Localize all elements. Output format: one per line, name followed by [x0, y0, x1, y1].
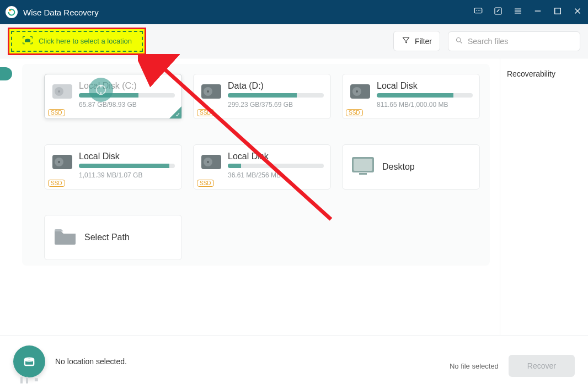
drive-name: Local Disk [79, 152, 175, 161]
menu-icon[interactable] [513, 6, 523, 18]
stop-icon[interactable]: ■ [34, 376, 38, 383]
edit-icon[interactable] [493, 6, 503, 18]
svg-point-21 [58, 161, 60, 163]
drive-name: Local Disk [377, 81, 473, 91]
drive-target-icon [22, 35, 33, 47]
hdd-icon [51, 152, 73, 174]
feedback-icon[interactable] [473, 6, 483, 18]
hdd-icon [200, 152, 222, 174]
drive-size: 1,011.39 MB/1.07 GB [79, 171, 175, 179]
select-path-card[interactable]: Select Path [44, 215, 182, 260]
desktop-label: Desktop [382, 162, 415, 172]
drive-card-local-3[interactable]: Local Disk 36.61 MB/256 MB SSD [193, 144, 331, 190]
drives-panel: Local Disk (C:) 65.87 GB/98.93 GB SSD Da… [22, 64, 490, 266]
minimize-icon[interactable] [533, 6, 543, 18]
footer: No location selected. ❚❚ ■ No file selec… [0, 335, 588, 389]
hdd-icon [51, 81, 73, 103]
filter-icon [402, 36, 410, 46]
ssd-badge: SSD [197, 109, 214, 116]
ssd-badge: SSD [197, 180, 214, 187]
drive-size: 811.65 MB/1,000.00 MB [377, 101, 473, 109]
recover-button[interactable]: Recover [509, 355, 575, 377]
pause-icon[interactable]: ❚❚ [19, 376, 30, 383]
svg-rect-27 [359, 173, 367, 175]
ssd-badge: SSD [48, 180, 65, 187]
left-rail [0, 58, 12, 335]
svg-point-1 [476, 10, 477, 12]
svg-point-3 [479, 10, 480, 12]
app-logo-icon [6, 6, 18, 18]
svg-point-24 [207, 161, 209, 163]
desktop-card[interactable]: Desktop [342, 144, 480, 190]
hdd-icon [349, 81, 371, 103]
svg-rect-5 [555, 8, 561, 14]
filter-button[interactable]: Filter [393, 31, 440, 51]
svg-point-18 [356, 90, 358, 93]
svg-point-8 [457, 37, 461, 42]
desktop-icon [351, 156, 375, 177]
status-text: No location selected. [55, 357, 127, 366]
svg-point-15 [207, 90, 209, 93]
main-panel: Local Disk (C:) 65.87 GB/98.93 GB SSD Da… [12, 58, 500, 335]
drive-card-c[interactable]: Local Disk (C:) 65.87 GB/98.93 GB SSD [44, 74, 182, 119]
file-status-text: No file selected [450, 362, 499, 370]
drive-size: 65.87 GB/98.93 GB [79, 101, 175, 109]
search-placeholder: Search files [468, 37, 508, 46]
scan-overlay-icon [89, 78, 113, 102]
svg-point-11 [58, 90, 60, 93]
search-icon [455, 36, 463, 46]
ssd-badge: SSD [48, 109, 65, 116]
ssd-badge: SSD [346, 109, 363, 116]
scan-button[interactable] [13, 345, 45, 377]
drive-name: Local Disk [228, 152, 324, 161]
svg-point-2 [478, 10, 479, 12]
right-panel: Recoverability [500, 58, 588, 335]
drive-card-d[interactable]: Data (D:) 299.23 GB/375.69 GB SSD [193, 74, 331, 119]
drive-size: 36.61 MB/256 MB [228, 171, 324, 179]
maximize-icon[interactable] [553, 6, 563, 18]
drive-name: Data (D:) [228, 81, 324, 91]
search-input[interactable]: Search files [448, 31, 580, 51]
svg-rect-7 [25, 40, 30, 42]
select-location-label: Click here to select a location [39, 37, 132, 45]
folder-icon [54, 227, 77, 248]
drive-size: 299.23 GB/375.69 GB [228, 101, 324, 109]
filter-label: Filter [415, 37, 432, 46]
svg-rect-26 [354, 159, 372, 171]
recoverability-heading: Recoverability [507, 69, 581, 78]
close-icon[interactable] [573, 6, 582, 18]
select-location-button[interactable]: Click here to select a location [8, 28, 146, 55]
left-rail-tab[interactable] [0, 67, 12, 80]
drive-card-local-2[interactable]: Local Disk 1,011.39 MB/1.07 GB SSD [44, 144, 182, 190]
hdd-icon [200, 81, 222, 103]
titlebar: Wise Data Recovery [0, 0, 588, 24]
recover-label: Recover [527, 361, 556, 370]
toolbar: Click here to select a location Filter S… [0, 24, 588, 58]
select-path-label: Select Path [84, 233, 130, 242]
app-title: Wise Data Recovery [23, 8, 99, 17]
selected-check-icon [169, 106, 181, 118]
drive-card-local-1[interactable]: Local Disk 811.65 MB/1,000.00 MB SSD [342, 74, 480, 119]
